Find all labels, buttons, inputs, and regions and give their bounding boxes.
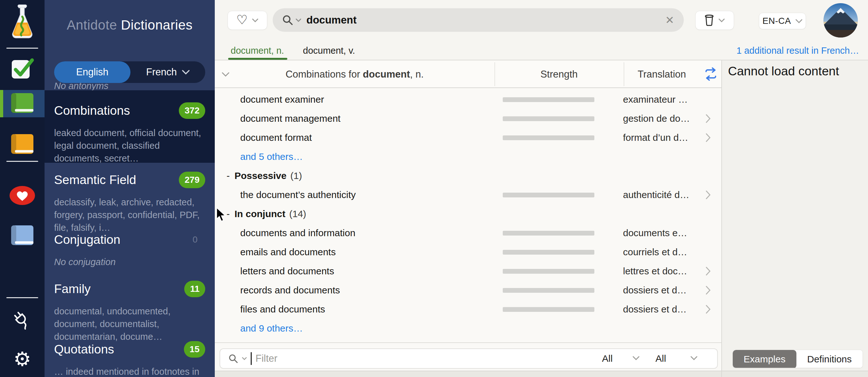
show-more-link[interactable]: and 5 others… — [240, 147, 303, 166]
group-name[interactable]: In conjunct(14) — [235, 204, 306, 224]
chevron-down-icon[interactable] — [690, 356, 698, 360]
show-more-row[interactable]: and 5 others… — [215, 147, 721, 166]
translation-text[interactable]: documents e… — [623, 224, 687, 243]
translation-text[interactable]: lettres et doc… — [623, 262, 687, 281]
translation-text[interactable]: dossiers et d… — [623, 281, 687, 300]
table-footer-strip — [215, 371, 721, 377]
chevron-right-icon[interactable] — [706, 133, 711, 143]
table-row[interactable]: document format format d’un d… — [215, 128, 721, 147]
table-row[interactable]: files and documents dossiers et d… — [215, 300, 721, 319]
segment-examples[interactable]: Examples — [733, 350, 797, 368]
sidebar-section-quotations[interactable]: Quotations 15 … indeed mentioned in foot… — [44, 341, 215, 377]
show-more-link[interactable]: and 9 others… — [240, 319, 303, 338]
section-count-badge: 11 — [184, 281, 205, 297]
segment-definitions[interactable]: Definitions — [797, 350, 863, 368]
rail-item-guides-book[interactable] — [0, 130, 44, 159]
translation-text[interactable]: authenticité d… — [623, 185, 689, 204]
group-header-row[interactable]: - In conjunct(14) — [215, 204, 721, 224]
chevron-down-icon[interactable] — [252, 19, 258, 22]
table-row[interactable]: documents and information documents e… — [215, 224, 721, 243]
language-toggle[interactable]: English French — [54, 61, 205, 83]
rail-divider — [6, 297, 38, 298]
combination-phrase[interactable]: files and documents — [240, 300, 325, 319]
chevron-right-icon[interactable] — [706, 114, 711, 124]
tab-document-v[interactable]: document, v. — [303, 41, 355, 60]
filter-scope-select-1[interactable]: All — [602, 349, 613, 368]
table-row[interactable]: the document’s authenticity authenticité… — [215, 185, 721, 204]
combination-phrase[interactable]: records and documents — [240, 281, 340, 300]
entry-tabs-row: document, n.document, v. 1 additional re… — [215, 41, 868, 60]
table-row[interactable]: emails and documents courriels et d… — [215, 243, 721, 262]
sidebar-section-semantic-field[interactable]: Semantic Field 279 declassify, leak, arc… — [44, 172, 215, 234]
antidote-flask-icon[interactable] — [0, 4, 44, 43]
rail-item-settings-gear[interactable]: ⚙ — [0, 345, 44, 374]
search-input[interactable]: document ✕ — [273, 8, 684, 32]
table-row[interactable]: document management gestion de do… — [215, 109, 721, 128]
filter-scope-select-2[interactable]: All — [655, 349, 666, 368]
clear-search-x-icon[interactable]: ✕ — [665, 14, 675, 26]
additional-result-link[interactable]: 1 additional result in French… — [737, 41, 859, 60]
antidote-dictionaries-window: ⚙ Antidote Dictionaries English French N… — [0, 0, 868, 377]
combination-phrase[interactable]: the document’s authenticity — [240, 185, 356, 204]
chevron-right-icon[interactable] — [706, 286, 711, 296]
rail-item-favorites-heart[interactable] — [0, 182, 44, 210]
table-bottom-divider — [215, 342, 721, 343]
translation-text[interactable]: courriels et d… — [623, 243, 687, 262]
combination-phrase[interactable]: letters and documents — [240, 262, 334, 281]
translation-text[interactable]: gestion de do… — [623, 109, 690, 128]
language-region-select[interactable]: EN-CA — [759, 13, 806, 29]
combination-phrase[interactable]: document examiner — [240, 90, 324, 109]
panel-footer-strip — [722, 371, 868, 377]
table-row[interactable]: letters and documents lettres et doc… — [215, 262, 721, 281]
language-toggle-english[interactable]: English — [54, 61, 130, 83]
rail-divider — [6, 161, 38, 162]
section-count-badge: 0 — [185, 231, 205, 248]
rail-item-notebook-book[interactable] — [0, 221, 44, 250]
tab-document-n[interactable]: document, n. — [231, 41, 284, 60]
translation-text[interactable]: format d’un d… — [623, 128, 688, 147]
guides-book-icon — [10, 134, 35, 156]
combination-phrase[interactable]: document format — [240, 128, 312, 147]
section-title: Combinations — [54, 104, 130, 117]
table-row[interactable]: records and documents dossiers et d… — [215, 281, 721, 300]
table-row[interactable]: document examiner examinateur … — [215, 90, 721, 109]
filter-input[interactable]: Filter — [228, 349, 277, 368]
combination-phrase[interactable]: emails and documents — [240, 243, 336, 262]
group-name[interactable]: Possessive(1) — [235, 166, 302, 185]
user-avatar[interactable] — [824, 3, 858, 37]
headword: document — [363, 69, 410, 80]
sidebar: Antidote Dictionaries English French No … — [44, 0, 215, 377]
delete-entry-button[interactable] — [695, 11, 734, 30]
section-title: Family — [54, 282, 91, 296]
sidebar-section-conjugation[interactable]: Conjugation 0 No conjugation — [44, 231, 215, 268]
chevron-down-icon[interactable] — [632, 356, 640, 360]
chevron-right-icon[interactable] — [706, 191, 711, 201]
combination-phrase[interactable]: documents and information — [240, 224, 355, 243]
chevron-right-icon[interactable] — [706, 305, 711, 315]
search-icon — [282, 14, 293, 26]
collapse-group-toggle[interactable]: - — [226, 204, 230, 224]
collapse-group-toggle[interactable]: - — [226, 166, 230, 185]
favorites-button[interactable]: ♡ — [227, 11, 267, 30]
rail-item-connectors-plug[interactable] — [0, 307, 44, 335]
combination-phrase[interactable]: document management — [240, 109, 340, 128]
rail-item-dictionaries-book[interactable] — [0, 90, 44, 117]
selected-indicator — [0, 90, 3, 117]
translation-text[interactable]: dossiers et d… — [623, 300, 687, 319]
translation-text[interactable]: examinateur … — [623, 90, 688, 109]
language-toggle-french[interactable]: French — [130, 66, 205, 78]
sidebar-section-family[interactable]: Family 11 documental, undocumented, docu… — [44, 281, 215, 343]
show-more-row[interactable]: and 9 others… — [215, 319, 721, 338]
filter-bar[interactable]: Filter All All — [220, 348, 718, 369]
swap-translation-icon[interactable] — [704, 67, 718, 82]
section-title: Conjugation — [54, 233, 120, 247]
sidebar-section-combinations[interactable]: Combinations 372 leaked document, offici… — [44, 90, 215, 163]
chevron-down-icon[interactable] — [296, 19, 301, 22]
chevron-down-icon[interactable] — [718, 19, 725, 22]
chevron-down-icon[interactable] — [242, 357, 247, 360]
rail-item-corrector-check[interactable] — [0, 55, 44, 83]
chevron-right-icon[interactable] — [706, 267, 711, 277]
group-header-row[interactable]: - Possessive(1) — [215, 166, 721, 185]
search-value[interactable]: document — [306, 14, 357, 26]
examples-definitions-segmented: ExamplesDefinitions — [733, 350, 863, 368]
